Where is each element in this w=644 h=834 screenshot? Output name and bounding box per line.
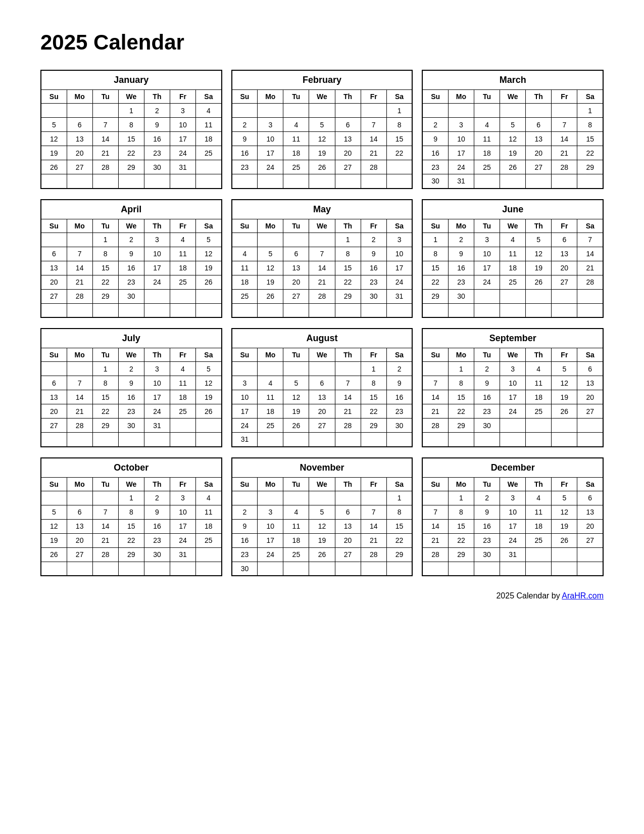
calendar-day[interactable]: 11 [283,519,309,533]
calendar-day[interactable]: 8 [577,118,603,132]
calendar-day[interactable]: 3 [258,118,283,132]
calendar-day[interactable]: 7 [577,233,603,247]
calendar-day[interactable]: 16 [118,261,144,275]
calendar-day[interactable]: 8 [118,505,144,519]
calendar-day[interactable]: 27 [577,404,603,419]
calendar-day[interactable]: 23 [232,547,258,562]
calendar-day[interactable]: 24 [448,160,474,174]
calendar-day[interactable]: 14 [422,519,448,533]
calendar-day[interactable]: 19 [309,146,335,160]
calendar-day[interactable]: 18 [526,519,552,533]
calendar-day[interactable]: 17 [258,146,283,160]
calendar-day[interactable]: 26 [258,289,283,303]
calendar-day[interactable]: 1 [92,233,118,247]
calendar-day[interactable]: 12 [309,132,335,146]
calendar-day[interactable]: 14 [335,390,361,404]
calendar-day[interactable]: 9 [361,247,386,261]
calendar-day[interactable]: 1 [448,362,474,376]
calendar-day[interactable]: 9 [144,505,170,519]
calendar-day[interactable]: 24 [144,275,170,289]
calendar-day[interactable]: 26 [283,419,309,433]
calendar-day[interactable]: 17 [144,390,170,404]
calendar-day[interactable]: 14 [361,519,386,533]
calendar-day[interactable]: 9 [232,132,258,146]
calendar-day[interactable]: 27 [577,533,603,547]
calendar-day[interactable]: 8 [118,118,144,132]
calendar-day[interactable]: 19 [283,404,309,419]
calendar-day[interactable]: 20 [41,275,67,289]
calendar-day[interactable]: 5 [552,362,577,376]
calendar-day[interactable]: 23 [448,275,474,289]
calendar-day[interactable]: 29 [386,547,412,562]
calendar-day[interactable]: 6 [577,362,603,376]
calendar-day[interactable]: 26 [552,533,577,547]
calendar-day[interactable]: 12 [196,247,222,261]
calendar-day[interactable]: 16 [474,519,500,533]
calendar-day[interactable]: 5 [41,505,67,519]
calendar-day[interactable]: 19 [41,533,67,547]
calendar-day[interactable]: 5 [41,118,67,132]
calendar-day[interactable]: 28 [92,160,118,174]
calendar-day[interactable]: 26 [552,404,577,419]
calendar-day[interactable]: 27 [41,289,67,303]
calendar-day[interactable]: 29 [92,419,118,433]
calendar-day[interactable]: 27 [41,419,67,433]
calendar-day[interactable]: 25 [526,533,552,547]
calendar-day[interactable]: 13 [577,505,603,519]
calendar-day[interactable]: 24 [500,404,526,419]
calendar-day[interactable]: 5 [526,233,552,247]
calendar-day[interactable]: 22 [386,146,412,160]
calendar-day[interactable]: 3 [170,491,195,505]
calendar-day[interactable]: 16 [474,390,500,404]
calendar-day[interactable]: 5 [309,505,335,519]
calendar-day[interactable]: 12 [41,132,67,146]
calendar-day[interactable]: 14 [361,132,386,146]
calendar-day[interactable]: 30 [361,289,386,303]
calendar-day[interactable]: 6 [67,505,92,519]
calendar-day[interactable]: 21 [422,404,448,419]
calendar-day[interactable]: 15 [92,390,118,404]
calendar-day[interactable]: 24 [474,275,500,289]
calendar-day[interactable]: 24 [258,160,283,174]
calendar-day[interactable]: 14 [309,261,335,275]
calendar-day[interactable]: 20 [335,533,361,547]
calendar-day[interactable]: 23 [422,160,448,174]
calendar-day[interactable]: 24 [500,533,526,547]
calendar-day[interactable]: 23 [474,533,500,547]
calendar-day[interactable]: 20 [67,533,92,547]
calendar-day[interactable]: 14 [92,132,118,146]
calendar-day[interactable]: 27 [283,289,309,303]
calendar-day[interactable]: 23 [232,160,258,174]
calendar-day[interactable]: 8 [92,376,118,390]
calendar-day[interactable]: 7 [67,247,92,261]
calendar-day[interactable]: 19 [41,146,67,160]
calendar-day[interactable]: 23 [474,404,500,419]
calendar-day[interactable]: 10 [500,505,526,519]
calendar-day[interactable]: 22 [92,275,118,289]
calendar-day[interactable]: 22 [422,275,448,289]
calendar-day[interactable]: 12 [552,505,577,519]
calendar-day[interactable]: 10 [232,390,258,404]
calendar-day[interactable]: 29 [577,160,603,174]
calendar-day[interactable]: 21 [577,261,603,275]
calendar-day[interactable]: 20 [283,275,309,289]
calendar-day[interactable]: 20 [552,261,577,275]
calendar-day[interactable]: 19 [552,390,577,404]
calendar-day[interactable]: 22 [335,275,361,289]
calendar-day[interactable]: 10 [500,376,526,390]
calendar-day[interactable]: 11 [170,376,195,390]
calendar-day[interactable]: 20 [41,404,67,419]
calendar-day[interactable]: 19 [258,275,283,289]
calendar-day[interactable]: 13 [41,390,67,404]
calendar-day[interactable]: 22 [448,533,474,547]
calendar-day[interactable]: 31 [170,547,195,562]
calendar-day[interactable]: 13 [552,247,577,261]
calendar-day[interactable]: 6 [309,376,335,390]
calendar-day[interactable]: 30 [144,160,170,174]
calendar-day[interactable]: 27 [309,419,335,433]
calendar-day[interactable]: 16 [144,519,170,533]
calendar-day[interactable]: 9 [422,132,448,146]
calendar-day[interactable]: 2 [144,491,170,505]
calendar-day[interactable]: 23 [144,146,170,160]
calendar-day[interactable]: 6 [41,247,67,261]
